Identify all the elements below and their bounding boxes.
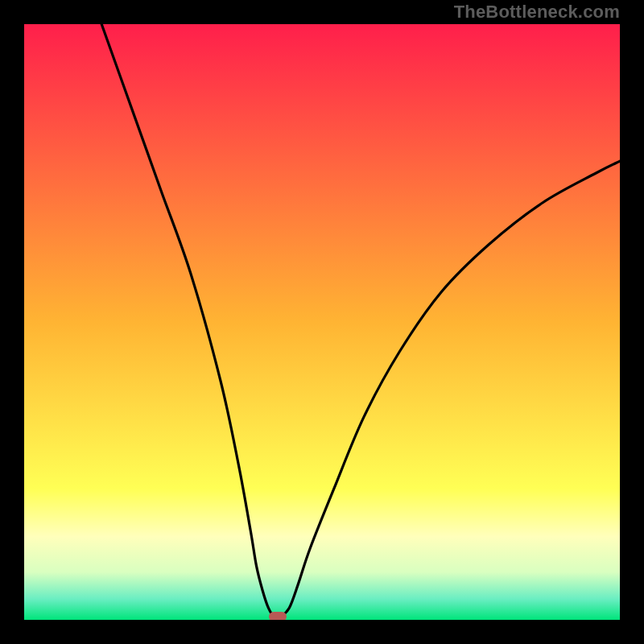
plot-area: [24, 24, 620, 620]
chart-frame: TheBottleneck.com: [0, 0, 644, 644]
watermark-text: TheBottleneck.com: [454, 2, 620, 23]
bottleneck-curve: [24, 24, 620, 620]
optimal-point-marker: [269, 612, 287, 620]
